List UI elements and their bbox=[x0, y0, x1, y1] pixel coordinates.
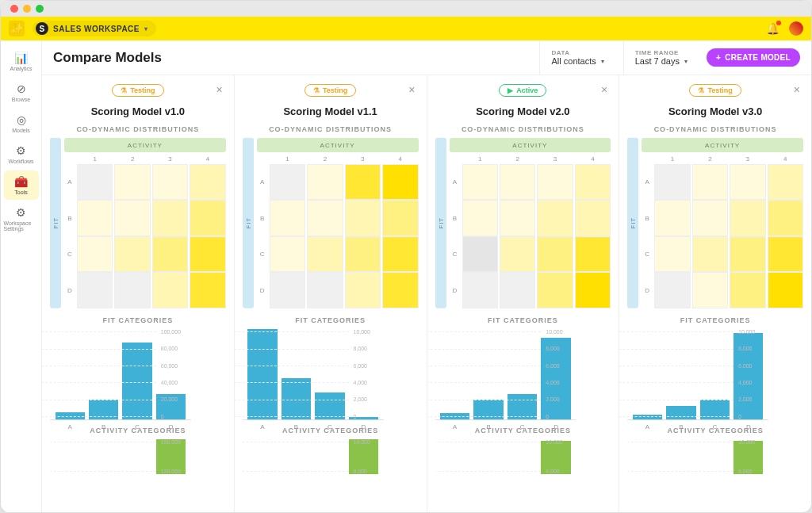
sidebar-item-analytics[interactable]: 📊Analytics bbox=[4, 47, 39, 76]
sidebar-item-workspace-settings[interactable]: ⚙Workspace Settings bbox=[4, 201, 39, 236]
user-avatar[interactable] bbox=[789, 21, 803, 36]
chart-bar[interactable]: D bbox=[156, 394, 186, 419]
heatmap-cell[interactable] bbox=[152, 200, 188, 235]
heatmap-cell[interactable] bbox=[345, 200, 381, 235]
heatmap-cell[interactable] bbox=[77, 200, 113, 235]
heatmap-cell[interactable] bbox=[307, 200, 343, 235]
close-column-button[interactable]: × bbox=[598, 82, 611, 98]
heatmap-cell[interactable] bbox=[654, 236, 690, 272]
heatmap-cell[interactable] bbox=[768, 272, 803, 308]
chart-bar[interactable]: D bbox=[541, 338, 570, 419]
heatmap-cell[interactable] bbox=[345, 272, 381, 308]
heatmap-cell[interactable] bbox=[462, 272, 498, 308]
chart-bar[interactable]: D bbox=[733, 333, 763, 419]
heatmap-cell[interactable] bbox=[152, 164, 188, 200]
heatmap-cell[interactable] bbox=[77, 164, 113, 200]
create-model-button[interactable]: + CREATE MODEL bbox=[707, 48, 800, 67]
chart-bar[interactable]: A bbox=[247, 329, 277, 419]
heatmap-cell[interactable] bbox=[654, 272, 690, 308]
heatmap-cell[interactable] bbox=[730, 164, 765, 200]
heatmap-cell[interactable] bbox=[77, 236, 113, 272]
heatmap-cell[interactable] bbox=[730, 272, 765, 308]
heatmap-cell[interactable] bbox=[190, 236, 225, 272]
heatmap-cell[interactable] bbox=[692, 200, 728, 235]
sidebar-item-models[interactable]: ◎Models bbox=[4, 109, 39, 138]
chart-bar[interactable]: C bbox=[700, 400, 730, 419]
heatmap-cell[interactable] bbox=[114, 272, 150, 308]
heatmap-cell[interactable] bbox=[114, 200, 150, 235]
chart-bar[interactable]: B bbox=[666, 406, 695, 419]
heatmap-cell[interactable] bbox=[575, 164, 611, 200]
heatmap-cell[interactable] bbox=[270, 272, 305, 308]
notifications-icon[interactable]: 🔔 bbox=[766, 22, 779, 35]
chart-bar[interactable]: C bbox=[122, 343, 151, 419]
app-logo[interactable]: ✨ bbox=[9, 21, 25, 36]
heatmap-cell[interactable] bbox=[654, 164, 690, 200]
chart-bar[interactable]: D bbox=[733, 441, 763, 474]
heatmap-cell[interactable] bbox=[692, 236, 728, 272]
heatmap-cell[interactable] bbox=[114, 164, 150, 200]
heatmap-cell[interactable] bbox=[270, 164, 305, 200]
heatmap-cell[interactable] bbox=[500, 272, 535, 308]
heatmap-cell[interactable] bbox=[692, 272, 728, 308]
sidebar-item-workflows[interactable]: ⚙Workflows bbox=[4, 140, 39, 169]
heatmap-cell[interactable] bbox=[768, 164, 803, 200]
heatmap-cell[interactable] bbox=[382, 200, 418, 235]
chart-bar[interactable]: D bbox=[349, 417, 378, 419]
heatmap-cell[interactable] bbox=[382, 272, 418, 308]
chart-bar[interactable]: D bbox=[541, 441, 570, 474]
heatmap-cell[interactable] bbox=[500, 200, 535, 235]
chart-bar[interactable]: A bbox=[633, 415, 662, 419]
close-column-button[interactable]: × bbox=[213, 82, 226, 98]
window-zoom-dot[interactable] bbox=[36, 5, 44, 13]
chart-bar[interactable]: D bbox=[349, 439, 378, 474]
heatmap-cell[interactable] bbox=[307, 236, 343, 272]
heatmap-cell[interactable] bbox=[500, 236, 535, 272]
close-column-button[interactable]: × bbox=[405, 82, 418, 98]
chart-bar[interactable]: B bbox=[89, 400, 118, 419]
heatmap-cell[interactable] bbox=[152, 272, 188, 308]
heatmap-cell[interactable] bbox=[730, 200, 765, 235]
heatmap-cell[interactable] bbox=[768, 236, 803, 272]
heatmap-cell[interactable] bbox=[307, 272, 343, 308]
heatmap-cell[interactable] bbox=[345, 236, 381, 272]
heatmap-cell[interactable] bbox=[500, 164, 535, 200]
sidebar-item-browse[interactable]: ⊘Browse bbox=[4, 78, 39, 107]
chart-bar[interactable]: A bbox=[56, 412, 85, 419]
heatmap-cell[interactable] bbox=[537, 200, 573, 235]
heatmap-cell[interactable] bbox=[77, 272, 113, 308]
heatmap-cell[interactable] bbox=[575, 236, 611, 272]
heatmap-cell[interactable] bbox=[270, 236, 305, 272]
heatmap-cell[interactable] bbox=[152, 236, 188, 272]
heatmap-cell[interactable] bbox=[462, 236, 498, 272]
heatmap-cell[interactable] bbox=[190, 164, 225, 200]
heatmap-cell[interactable] bbox=[462, 200, 498, 235]
workspace-switcher[interactable]: S SALES WORKSPACE ▾ bbox=[33, 21, 156, 36]
heatmap-cell[interactable] bbox=[190, 200, 225, 235]
heatmap-cell[interactable] bbox=[537, 164, 573, 200]
chart-bar[interactable]: C bbox=[315, 392, 344, 419]
heatmap-cell[interactable] bbox=[768, 200, 803, 235]
heatmap-cell[interactable] bbox=[537, 236, 573, 272]
chart-bar[interactable]: A bbox=[440, 413, 469, 419]
heatmap-cell[interactable] bbox=[190, 272, 225, 308]
heatmap-cell[interactable] bbox=[575, 272, 611, 308]
sidebar-item-tools[interactable]: 🧰Tools bbox=[4, 170, 39, 200]
filter-data[interactable]: DATA All contacts▾ bbox=[539, 40, 615, 75]
heatmap-cell[interactable] bbox=[382, 164, 418, 200]
chart-bar[interactable]: B bbox=[473, 400, 503, 419]
heatmap-cell[interactable] bbox=[692, 164, 728, 200]
heatmap-cell[interactable] bbox=[654, 200, 690, 235]
heatmap-cell[interactable] bbox=[270, 200, 305, 235]
heatmap-cell[interactable] bbox=[537, 272, 573, 308]
heatmap-cell[interactable] bbox=[382, 236, 418, 272]
filter-time[interactable]: TIME RANGE Last 7 days▾ bbox=[623, 40, 699, 75]
chart-bar[interactable]: C bbox=[508, 394, 537, 419]
heatmap-cell[interactable] bbox=[730, 236, 765, 272]
heatmap-cell[interactable] bbox=[345, 164, 381, 200]
heatmap-cell[interactable] bbox=[575, 200, 611, 235]
chart-bar[interactable]: D bbox=[156, 439, 186, 474]
close-column-button[interactable]: × bbox=[791, 82, 803, 98]
chart-bar[interactable]: B bbox=[282, 378, 311, 419]
window-close-dot[interactable] bbox=[10, 5, 18, 13]
